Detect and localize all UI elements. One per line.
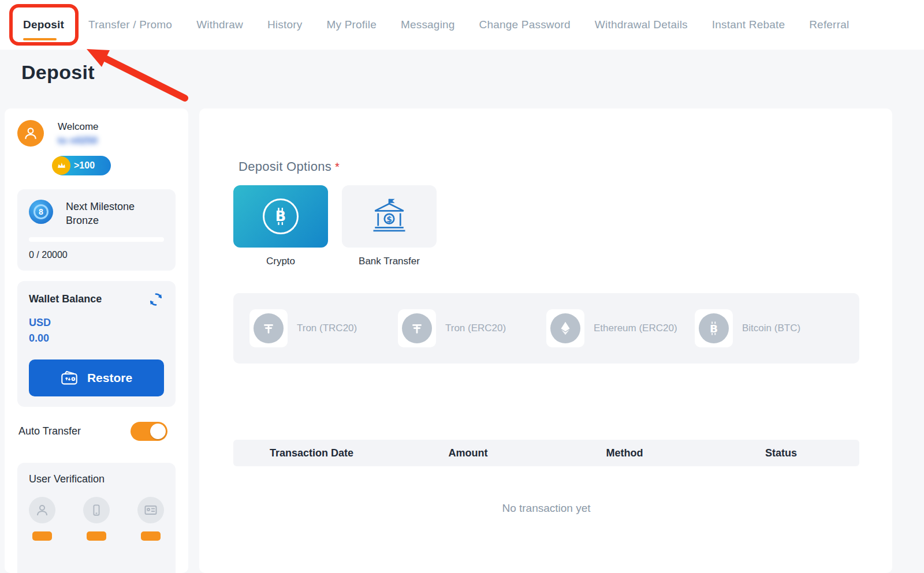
tab-history[interactable]: History	[267, 18, 303, 31]
tab-messaging[interactable]: Messaging	[401, 18, 455, 31]
tab-my-profile[interactable]: My Profile	[326, 18, 376, 31]
auto-transfer-row: Auto Transfer	[17, 422, 176, 441]
verification-status-chip	[32, 531, 52, 541]
tab-transfer-promo[interactable]: Transfer / Promo	[88, 18, 172, 31]
column-method: Method	[546, 447, 703, 459]
svg-text:B: B	[710, 323, 718, 335]
verification-phone[interactable]	[83, 497, 110, 541]
wallet-currency: USD	[29, 317, 164, 329]
sidebar: Welcome to n0250 >100 8 Next Milestone B…	[5, 108, 188, 573]
phone-icon	[90, 504, 103, 516]
milestone-progress-text: 0 / 20000	[29, 250, 164, 260]
tab-instant-rebate[interactable]: Instant Rebate	[712, 18, 785, 31]
required-asterisk: *	[335, 160, 340, 173]
username-redacted: to n0250	[58, 135, 99, 147]
auto-transfer-toggle[interactable]	[131, 422, 167, 441]
user-icon	[23, 126, 38, 141]
tab-referral[interactable]: Referral	[809, 18, 849, 31]
welcome-card: Welcome to n0250 >100	[17, 120, 176, 175]
option-crypto-label: Crypto	[266, 256, 295, 267]
transactions-table-header: Transaction Date Amount Method Status	[233, 440, 859, 466]
tab-deposit[interactable]: Deposit	[23, 18, 64, 31]
bitcoin-icon: B	[263, 199, 299, 234]
crypto-methods-bar: Tron (TRC20) Tron (ERC20)	[233, 293, 859, 364]
tab-change-password[interactable]: Change Password	[479, 18, 571, 31]
coin-icon: 8	[29, 200, 53, 224]
restore-button[interactable]: Restore	[29, 359, 164, 396]
option-bank-transfer[interactable]: $ Bank Transfer	[342, 185, 437, 267]
method-tron-trc20[interactable]: Tron (TRC20)	[249, 309, 398, 347]
option-bank-transfer-label: Bank Transfer	[359, 256, 420, 267]
avatar	[17, 120, 44, 147]
refresh-icon[interactable]	[148, 291, 164, 308]
tab-withdrawal-details[interactable]: Withdrawal Details	[595, 18, 688, 31]
crown-icon	[52, 156, 70, 175]
verification-status-chip	[141, 531, 161, 541]
tether-icon	[402, 313, 432, 343]
method-label: Ethereum (ERC20)	[594, 323, 677, 334]
method-tron-erc20[interactable]: Tron (ERC20)	[398, 309, 546, 347]
person-icon	[35, 503, 49, 517]
milestone-title: Next Milestone	[66, 200, 135, 214]
wallet-icon	[61, 370, 78, 385]
method-bitcoin-btc[interactable]: B Bitcoin (BTC)	[695, 309, 843, 347]
deposit-panel: Deposit Options* B Crypto	[199, 108, 892, 573]
milestone-level: Bronze	[66, 214, 135, 227]
verification-identity[interactable]	[29, 497, 55, 541]
page-title: Deposit	[21, 61, 95, 84]
milestone-card: 8 Next Milestone Bronze 0 / 20000	[17, 189, 176, 271]
level-badge: >100	[53, 156, 111, 175]
verification-status-chip	[87, 531, 106, 541]
bank-icon: $	[370, 197, 408, 235]
option-crypto[interactable]: B Crypto	[233, 185, 328, 267]
verification-document[interactable]	[137, 497, 164, 541]
bitcoin-icon: B	[699, 313, 729, 343]
column-amount: Amount	[390, 447, 546, 459]
svg-text:B: B	[275, 209, 286, 225]
deposit-options-title: Deposit Options*	[239, 159, 340, 174]
auto-transfer-label: Auto Transfer	[18, 425, 81, 437]
wallet-card: Wallet Balance USD 0.00 Restore	[17, 281, 176, 407]
tether-icon	[254, 313, 284, 343]
top-navigation: Deposit Transfer / Promo Withdraw Histor…	[0, 0, 924, 50]
milestone-progress-bar	[29, 237, 164, 242]
level-badge-value: >100	[74, 160, 95, 171]
restore-button-label: Restore	[87, 371, 132, 385]
method-label: Tron (TRC20)	[297, 323, 357, 334]
ethereum-icon	[550, 313, 580, 343]
id-card-icon	[144, 503, 158, 517]
welcome-greeting: Welcome	[58, 121, 99, 133]
method-ethereum-erc20[interactable]: Ethereum (ERC20)	[546, 309, 695, 347]
verification-title: User Verification	[29, 473, 164, 485]
empty-transactions-message: No transaction yet	[233, 502, 859, 515]
column-status: Status	[703, 447, 859, 459]
tab-withdraw[interactable]: Withdraw	[196, 18, 243, 31]
svg-text:$: $	[386, 215, 392, 224]
wallet-amount: 0.00	[29, 332, 164, 344]
method-label: Bitcoin (BTC)	[742, 323, 800, 334]
deposit-options-row: B Crypto	[233, 185, 437, 267]
column-transaction-date: Transaction Date	[233, 447, 390, 459]
method-label: Tron (ERC20)	[445, 323, 506, 334]
verification-card: User Verification	[17, 463, 176, 573]
wallet-title: Wallet Balance	[29, 293, 102, 305]
